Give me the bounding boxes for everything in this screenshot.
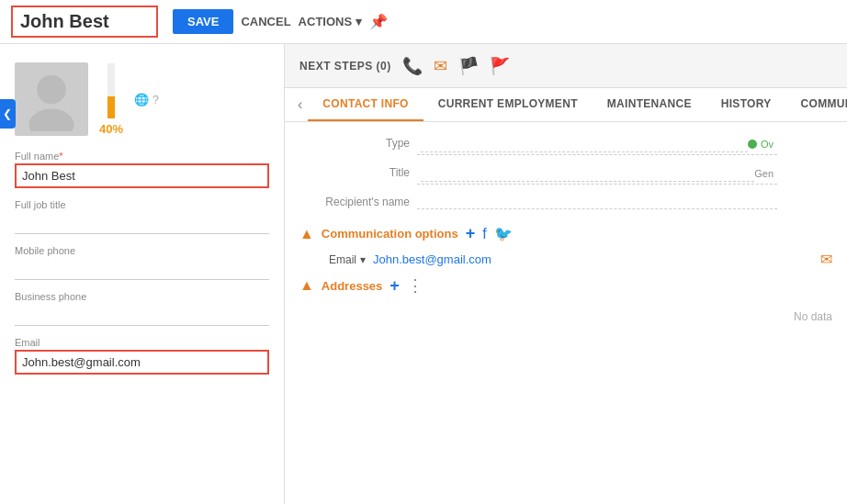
- email-type-dropdown[interactable]: ▾: [360, 253, 366, 266]
- collapse-button[interactable]: ❮: [0, 99, 16, 129]
- mobile-phone-input[interactable]: [15, 258, 269, 280]
- business-phone-field: Business phone: [15, 291, 269, 326]
- type-label: Type: [299, 133, 410, 155]
- main-layout: ❮ 40% 🌐 ? Full na: [0, 44, 847, 504]
- facebook-icon[interactable]: f: [482, 226, 486, 242]
- next-steps-bar: NEXT STEPS (0) 📞 ✉ 🏴 🚩: [285, 44, 847, 88]
- email-input[interactable]: [15, 350, 269, 375]
- header-actions: SAVE CANCEL ACTIONS ▾ 📌: [173, 9, 388, 34]
- right-panel: NEXT STEPS (0) 📞 ✉ 🏴 🚩 ‹ CONTACT INFO CU…: [285, 44, 847, 504]
- tab-contact-info[interactable]: CONTACT INFO: [308, 88, 423, 121]
- status-text: Ov: [761, 139, 774, 150]
- tabs-bar: ‹ CONTACT INFO CURRENT EMPLOYMENT MAINTE…: [285, 88, 847, 122]
- page-title: John Best: [11, 6, 158, 38]
- email-label: Email: [15, 337, 269, 348]
- job-title-field: Full job title: [15, 199, 269, 234]
- app-root: John Best SAVE CANCEL ACTIONS ▾ 📌 ❮: [0, 0, 847, 504]
- communication-header: ▲ Communication options + f 🐦: [299, 224, 832, 243]
- tab-history[interactable]: HISTORY: [706, 88, 786, 121]
- addresses-header: ▲ Addresses + ⋮: [299, 275, 832, 296]
- avatar-section: 40% 🌐 ?: [15, 62, 269, 136]
- addresses-section: ▲ Addresses + ⋮ No data: [299, 275, 832, 330]
- globe-icon[interactable]: 🌐 ?: [134, 93, 159, 106]
- title-value-wrap: Gen: [417, 162, 777, 185]
- full-name-field: Full name*: [15, 151, 269, 188]
- tab-commun[interactable]: COMMUN...: [786, 88, 847, 121]
- communication-title: Communication options: [322, 227, 458, 241]
- addresses-title: Addresses: [322, 279, 382, 293]
- email-dropdown-label: Email: [329, 253, 356, 266]
- addresses-add-button[interactable]: +: [390, 276, 400, 296]
- comm-email-label: Email ▾: [329, 253, 366, 266]
- communication-toggle[interactable]: ▲: [299, 226, 314, 242]
- left-panel: ❮ 40% 🌐 ? Full na: [0, 44, 285, 504]
- no-data-message: No data: [299, 303, 832, 330]
- email-field-group: Email: [15, 337, 269, 375]
- email-action-icon[interactable]: ✉: [434, 56, 447, 76]
- full-name-input[interactable]: [15, 163, 269, 188]
- recipient-row: Recipient's name: [299, 192, 777, 209]
- comm-email-row: Email ▾ John.best@gmail.com ✉: [329, 251, 832, 268]
- progress-bar-fill: [107, 96, 115, 118]
- addresses-more-button[interactable]: ⋮: [407, 275, 424, 296]
- mobile-phone-label: Mobile phone: [15, 245, 269, 256]
- address-form: Type Ov Title Gen: [299, 133, 777, 209]
- status-dot: [748, 140, 757, 149]
- chevron-down-icon: ▾: [356, 15, 362, 28]
- type-value: Ov: [417, 133, 777, 155]
- recipient-label: Recipient's name: [299, 192, 410, 209]
- comm-email-value: John.best@gmail.com: [373, 252, 491, 266]
- gen-text: Gen: [754, 168, 774, 179]
- title-label: Title: [299, 162, 410, 185]
- tab-current-employment[interactable]: CURRENT EMPLOYMENT: [424, 88, 593, 121]
- twitter-icon[interactable]: 🐦: [494, 225, 513, 242]
- pin-icon[interactable]: 📌: [369, 13, 388, 30]
- comm-email-icon: ✉: [820, 251, 832, 268]
- progress-percent: 40%: [99, 122, 123, 136]
- recipient-input[interactable]: [417, 192, 777, 209]
- svg-point-1: [29, 109, 74, 132]
- svg-point-0: [37, 75, 66, 105]
- next-steps-label: NEXT STEPS (0): [299, 60, 391, 73]
- tab-maintenance[interactable]: MAINTENANCE: [593, 88, 706, 121]
- type-input[interactable]: [421, 135, 748, 152]
- full-name-label: Full name*: [15, 151, 269, 162]
- progress-section: 40%: [99, 63, 123, 136]
- chat-action-icon[interactable]: 🏴: [458, 56, 479, 76]
- communication-section: ▲ Communication options + f 🐦 Email ▾ Jo…: [299, 224, 832, 268]
- communication-add-button[interactable]: +: [466, 224, 476, 243]
- progress-bar-container: [107, 63, 115, 118]
- save-button[interactable]: SAVE: [173, 9, 233, 34]
- business-phone-label: Business phone: [15, 291, 269, 302]
- title-input[interactable]: [421, 164, 754, 182]
- business-phone-input[interactable]: [15, 304, 269, 326]
- header: John Best SAVE CANCEL ACTIONS ▾ 📌: [0, 0, 847, 44]
- phone-action-icon[interactable]: 📞: [402, 56, 423, 76]
- title-row: Title Gen: [299, 162, 777, 185]
- cancel-button[interactable]: CANCEL: [241, 15, 290, 28]
- job-title-label: Full job title: [15, 199, 269, 210]
- mobile-phone-field: Mobile phone: [15, 245, 269, 280]
- actions-button[interactable]: ACTIONS ▾: [299, 15, 363, 28]
- flag-action-icon[interactable]: 🚩: [490, 56, 510, 76]
- status-indicator: Ov: [748, 139, 774, 150]
- addresses-toggle[interactable]: ▲: [299, 277, 314, 294]
- tab-prev-button[interactable]: ‹: [292, 96, 308, 113]
- type-row: Type Ov: [299, 133, 777, 155]
- avatar: [15, 62, 88, 136]
- content-area: Type Ov Title Gen: [285, 122, 847, 504]
- actions-label: ACTIONS: [299, 15, 353, 28]
- job-title-input[interactable]: [15, 212, 269, 234]
